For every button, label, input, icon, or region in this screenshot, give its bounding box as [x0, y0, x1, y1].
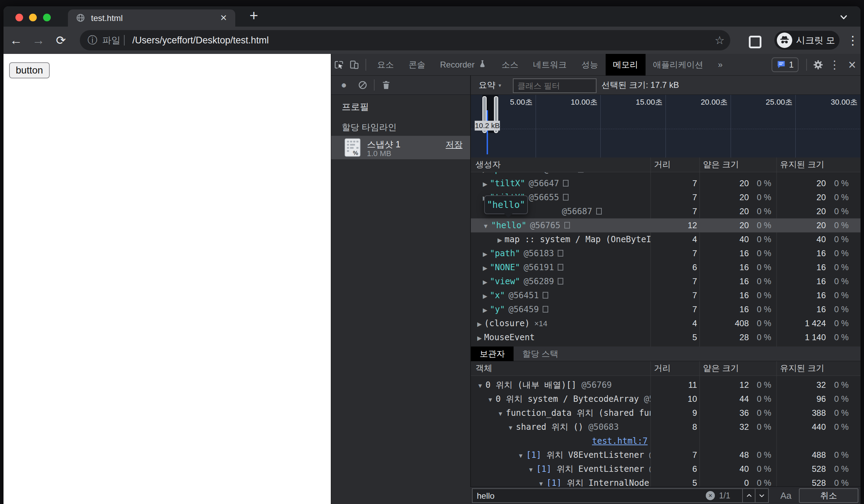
retainer-row[interactable]: ▼0 위치 system / BytecodeArray @5677110440…: [471, 392, 860, 406]
constructor-row[interactable]: @566877200 %200 %: [471, 204, 860, 218]
devtools-tab[interactable]: »: [711, 54, 730, 76]
side-panel-icon[interactable]: [749, 36, 761, 48]
retainer-row[interactable]: ▼[1] 위치 V8EventListener @6537480 %4880 %: [471, 448, 860, 462]
clear-profiles-icon[interactable]: [358, 80, 368, 90]
retainer-row[interactable]: ▼[1] 위치 EventListener @6536400 %5280 %: [471, 462, 860, 476]
incognito-badge[interactable]: 시크릿 모드: [774, 31, 839, 50]
disclosure-expanded-icon[interactable]: ▼: [487, 397, 493, 403]
find-previous-button[interactable]: [742, 489, 755, 502]
constructor-row[interactable]: ▶map :: system / Map (OneByteInte4400 %4…: [471, 232, 860, 246]
browser-tab[interactable]: test.html ×: [68, 9, 235, 27]
constructor-row[interactable]: ▶"view"@562897160 %160 %: [471, 274, 860, 288]
back-button[interactable]: ←: [7, 27, 25, 54]
constructor-row[interactable]: ▶(closure)×1444080 %1 4240 %: [471, 316, 860, 330]
column-retained-size[interactable]: 유지된 크기: [780, 158, 824, 172]
constructor-row[interactable]: ▶"tiltY"@566557200 %200 %: [471, 190, 860, 204]
site-info-icon[interactable]: ⓘ: [88, 30, 97, 50]
device-toolbar-icon[interactable]: [347, 54, 362, 76]
column-shallow-size[interactable]: 얕은 크기: [703, 158, 739, 172]
source-link[interactable]: test.html:7: [592, 434, 648, 448]
disclosure-collapsed-icon[interactable]: ▶: [483, 279, 487, 286]
devtools-close-icon[interactable]: ×: [843, 54, 860, 76]
retainer-row[interactable]: ▼[1] 위치 InternalNode @6500 %5280 %: [471, 476, 860, 486]
browser-menu-icon[interactable]: ⋮: [845, 27, 860, 54]
devtools-tab[interactable]: 애플리케이션: [646, 54, 711, 76]
close-button[interactable]: [15, 14, 23, 21]
new-tab-button[interactable]: +: [244, 6, 263, 27]
bookmark-star-icon[interactable]: ☆: [715, 30, 725, 50]
disclosure-expanded-icon[interactable]: ▼: [528, 467, 534, 473]
find-input-box[interactable]: × 1/1: [472, 488, 769, 503]
disclosure-collapsed-icon[interactable]: ▶: [483, 307, 487, 314]
inspect-element-icon[interactable]: [331, 54, 347, 76]
disclosure-expanded-icon[interactable]: ▼: [497, 411, 503, 417]
zoom-button[interactable]: [43, 14, 51, 21]
disclosure-expanded-icon[interactable]: ▼: [483, 223, 489, 230]
disclosure-collapsed-icon[interactable]: ▶: [483, 172, 487, 174]
retainer-row[interactable]: ▼shared 위치 () @506838320 %4400 %: [471, 420, 860, 434]
devtools-tab[interactable]: 콘솔: [401, 54, 433, 76]
disclosure-expanded-icon[interactable]: ▼: [508, 425, 514, 431]
column-retained-size[interactable]: 유지된 크기: [780, 361, 824, 375]
disclosure-collapsed-icon[interactable]: ▶: [477, 321, 482, 328]
devtools-tab[interactable]: 성능: [574, 54, 606, 76]
retainer-row[interactable]: ▼0 위치 (내부 배열)[] @5676911120 %320 %: [471, 378, 860, 392]
disclosure-collapsed-icon[interactable]: ▶: [483, 293, 487, 300]
snapshot-item[interactable]: % 스냅샷 1 1.0 MB 저장: [331, 136, 470, 159]
constructors-rows: ▶"pressure"@566397200 %200 %▶"tiltX"@566…: [471, 172, 860, 346]
page-content: button: [4, 54, 331, 504]
perspective-dropdown[interactable]: 요약▾: [479, 76, 501, 95]
find-clear-icon[interactable]: ×: [706, 491, 715, 500]
tab-search-chevron-icon[interactable]: [838, 12, 849, 22]
disclosure-collapsed-icon[interactable]: ▶: [483, 181, 487, 188]
settings-gear-icon[interactable]: [810, 54, 826, 76]
disclosure-collapsed-icon[interactable]: ▶: [483, 265, 487, 272]
forward-button[interactable]: →: [29, 27, 48, 54]
devtools-tab[interactable]: 소스: [494, 54, 526, 76]
constructor-row[interactable]: ▶"y"@564597160 %160 %: [471, 302, 860, 316]
allocation-timeline[interactable]: 5.00초10.00초15.00초20.00초25.00초30.00초 10.2…: [471, 95, 860, 158]
cell-value: 0 %: [828, 274, 849, 288]
column-distance[interactable]: 거리: [654, 158, 671, 172]
delete-profile-icon[interactable]: [381, 80, 391, 90]
constructor-row[interactable]: ▶"x"@564517160 %160 %: [471, 288, 860, 302]
constructor-row[interactable]: ▼"hello"@5676512200 %200 %: [471, 218, 860, 232]
column-shallow-size[interactable]: 얕은 크기: [703, 361, 739, 375]
retainers-tab[interactable]: 할당 스택: [514, 346, 567, 361]
find-next-button[interactable]: [755, 489, 768, 502]
minimize-button[interactable]: [29, 14, 37, 21]
disclosure-expanded-icon[interactable]: ▼: [538, 481, 544, 486]
devtools-tab[interactable]: 메모리: [606, 54, 646, 76]
issues-counter[interactable]: 1: [772, 57, 799, 72]
disclosure-collapsed-icon[interactable]: ▶: [483, 251, 487, 258]
retainer-row[interactable]: ▼function_data 위치 (shared functio9360 %3…: [471, 406, 860, 420]
disclosure-expanded-icon[interactable]: ▼: [477, 383, 483, 389]
snapshot-save-link[interactable]: 저장: [446, 139, 462, 150]
match-case-toggle[interactable]: Aa: [780, 487, 792, 504]
disclosure-collapsed-icon[interactable]: ▶: [497, 237, 502, 244]
source-link-row[interactable]: test.html:7: [471, 434, 860, 448]
find-cancel-button[interactable]: 취소: [799, 488, 858, 503]
reload-button[interactable]: ⟳: [52, 27, 70, 54]
page-button[interactable]: button: [9, 62, 50, 78]
constructor-row[interactable]: ▶"pressure"@566397200 %200 %: [471, 172, 860, 176]
devtools-tab[interactable]: Recorder: [433, 54, 494, 76]
column-object[interactable]: 객체: [475, 361, 492, 375]
column-constructor[interactable]: 생성자: [475, 158, 501, 172]
disclosure-expanded-icon[interactable]: ▼: [518, 453, 524, 459]
constructor-row[interactable]: ▶"tiltX"@566477200 %200 %: [471, 176, 860, 190]
record-heap-icon[interactable]: ●: [341, 76, 347, 94]
class-filter-input[interactable]: [513, 78, 597, 93]
tab-close-icon[interactable]: ×: [220, 9, 227, 26]
column-distance[interactable]: 거리: [654, 361, 671, 375]
constructor-row[interactable]: ▶"NONE"@561916160 %160 %: [471, 260, 860, 274]
url-bar[interactable]: ⓘ 파일 /Users/yceffort/Desktop/test.html ☆: [80, 30, 730, 50]
devtools-tab[interactable]: 요소: [370, 54, 401, 76]
disclosure-collapsed-icon[interactable]: ▶: [477, 335, 482, 342]
retainers-tab[interactable]: 보관자: [471, 346, 514, 361]
devtools-tab[interactable]: 네트워크: [526, 54, 574, 76]
constructor-row[interactable]: ▶MouseEvent5280 %1 1400 %: [471, 330, 860, 344]
constructor-row[interactable]: ▶"path"@561837160 %160 %: [471, 246, 860, 260]
find-query-input[interactable]: [476, 489, 681, 503]
devtools-menu-icon[interactable]: ⋮: [826, 54, 843, 76]
